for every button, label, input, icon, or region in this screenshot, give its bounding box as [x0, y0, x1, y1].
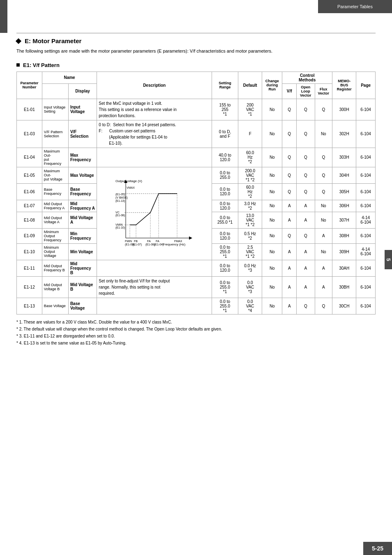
table-row: E1-05Maximum Out-put VoltageMax Voltage … [17, 167, 376, 183]
page-cell: 6-104 [356, 228, 376, 243]
flux-cell: A [315, 260, 332, 276]
name-top-cell: Base Frequency [42, 183, 68, 200]
col-memo: MEMO-BUSRegister [332, 72, 356, 99]
name-top-cell: Maximum Out-put Frequency [42, 148, 68, 167]
flux-cell: No [315, 200, 332, 212]
flux-cell: Q [315, 167, 332, 183]
name-top-cell: Mid OutputVoltage A [42, 212, 68, 228]
open-loop-cell: Q [297, 148, 315, 167]
footnote-item: * 2. The default value will change when … [16, 326, 376, 333]
col-default: Default [238, 72, 262, 99]
name-top-cell: Base Voltage [42, 298, 68, 314]
left-accent [0, 0, 7, 33]
name-bottom-cell: Mid Voltage A [68, 212, 97, 228]
col-description: Description [97, 72, 212, 99]
col-change-run: ChangeduringRun [262, 72, 282, 99]
memo-cell: 309H [332, 243, 356, 260]
svg-text:FMAX: FMAX [174, 240, 182, 243]
vf-cell: Q [282, 120, 297, 148]
param-number-cell: E1-04 [17, 148, 42, 167]
setting-range-cell: 0.0 to255.0*1 [212, 298, 238, 314]
svg-text:(E1-04): (E1-04) [154, 243, 164, 246]
param-number-cell: E1-05 [17, 167, 42, 183]
param-number-cell: E1-08 [17, 212, 42, 228]
change-run-cell: No [262, 120, 282, 148]
change-run-cell: No [262, 183, 282, 200]
section-description: The following settings are made with the… [16, 48, 376, 55]
setting-range-cell: 0.0 to120.0 [212, 228, 238, 243]
change-run-cell: No [262, 200, 282, 212]
name-bottom-cell: Input Voltage [68, 99, 97, 120]
col-param-number: ParameterNumber [17, 72, 42, 99]
vf-cell: A [282, 243, 297, 260]
svg-text:(E1-05): (E1-05) [115, 193, 125, 196]
setting-range-cell: 0.0 to120.0 [212, 200, 238, 212]
memo-cell: 308H [332, 228, 356, 243]
setting-range-cell: 0.0 to120.0 [212, 260, 238, 276]
memo-cell: 302H [332, 120, 356, 148]
default-cell: 3.0 Hz*2 [238, 200, 262, 212]
sub-heading-text: E1: V/f Pattern [23, 62, 60, 68]
vf-cell: Q [282, 183, 297, 200]
svg-text:(V BASE): (V BASE) [115, 196, 128, 199]
footnotes: * 1. These are values for a 200 V class … [16, 319, 376, 347]
setting-range-cell: 155 to255*1 [212, 99, 238, 120]
svg-text:FMIN: FMIN [125, 240, 132, 243]
default-cell: F [238, 120, 262, 148]
setting-range-cell: 0.0 to120.0 [212, 183, 238, 200]
param-number-cell: E1-13 [17, 298, 42, 314]
change-run-cell: No [262, 276, 282, 298]
svg-text:(E1-13): (E1-13) [115, 199, 125, 203]
page-cell: 6-104 [356, 99, 376, 120]
footnote-item: * 4. E1-13 is set to the same value as E… [16, 340, 376, 347]
svg-text:(E1-07): (E1-07) [132, 243, 142, 246]
memo-cell: 30BH [332, 276, 356, 298]
svg-text:(E1-08): (E1-08) [145, 243, 155, 246]
section-number: 5 [385, 250, 392, 269]
open-loop-cell: Q [297, 167, 315, 183]
default-cell: 0.0VAC*3 [238, 276, 262, 298]
change-run-cell: No [262, 298, 282, 314]
setting-range-cell: 0 to D,and F [212, 120, 238, 148]
open-loop-cell: Q [297, 120, 315, 148]
table-row: E1-12Mid OutputVoltage BMid Voltage BSet… [17, 276, 376, 298]
open-loop-cell: A [297, 212, 315, 228]
svg-text:(E1-10): (E1-10) [115, 226, 125, 229]
parameter-table: ParameterNumber Name Description Setting… [16, 72, 376, 314]
open-loop-cell: A [297, 243, 315, 260]
vf-diagram: Output voltage (V) VMAX Frequency (Hz) (… [113, 176, 196, 250]
param-number-cell: E1-07 [17, 200, 42, 212]
flux-cell: Q [315, 183, 332, 200]
memo-cell: 30CH [332, 298, 356, 314]
default-cell: 60.0Hz*2 [238, 183, 262, 200]
setting-range-cell: 40.0 to120.0 [212, 148, 238, 167]
vf-cell: A [282, 200, 297, 212]
flux-cell: A [315, 228, 332, 243]
memo-cell: 303H [332, 148, 356, 167]
svg-text:Frequency (Hz): Frequency (Hz) [163, 243, 185, 246]
page-cell: 6-104 [356, 167, 376, 183]
memo-cell: 30AH [332, 260, 356, 276]
open-loop-cell: Q [297, 298, 315, 314]
description-cell: Set only to fine-adjust V/f for the outp… [97, 276, 212, 298]
flux-cell: A [315, 276, 332, 298]
memo-cell: 306H [332, 200, 356, 212]
description-cell [97, 260, 212, 276]
top-divider [16, 33, 376, 33]
name-bottom-cell: Mid Frequency B [68, 260, 97, 276]
change-run-cell: No [262, 228, 282, 243]
svg-text:VMAX: VMAX [127, 186, 135, 189]
name-top-cell: Mid OutputFrequency A [42, 200, 68, 212]
vf-cell: A [282, 298, 297, 314]
flux-cell: No [315, 243, 332, 260]
name-top-cell: Minimum OutputVoltage [42, 243, 68, 260]
col-page: Page [356, 72, 376, 99]
name-bottom-cell: Min Frequency [68, 228, 97, 243]
flux-cell: Q [315, 298, 332, 314]
vf-cell: A [282, 212, 297, 228]
name-bottom-cell: Mid Frequency A [68, 200, 97, 212]
col-name-top [42, 83, 68, 99]
svg-text:FA: FA [147, 240, 151, 243]
diamond-bullet [16, 38, 21, 44]
col-vf: V/f [282, 83, 297, 99]
